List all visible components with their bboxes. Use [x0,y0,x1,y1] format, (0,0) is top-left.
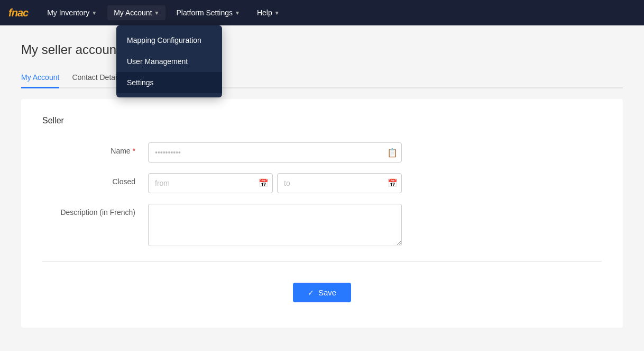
description-field-control [148,204,402,248]
nav-my-account[interactable]: My Account ▼ [107,5,165,20]
dropdown-item-user-management[interactable]: User Management [116,51,222,72]
chevron-down-icon: ▼ [274,10,280,16]
to-date-input[interactable] [277,173,402,193]
chevron-down-icon: ▼ [91,10,97,16]
seller-form-card: Seller Name * 📋 Closed 📅 [21,99,623,328]
nav-platform-settings[interactable]: Platform Settings ▼ [170,5,246,20]
required-indicator: * [131,147,135,155]
closed-field-row: Closed 📅 📅 [42,173,602,193]
check-icon: ✓ [308,289,314,297]
chevron-down-icon: ▼ [154,10,160,16]
description-textarea[interactable] [148,204,402,246]
my-account-dropdown: Mapping Configuration User Management Se… [116,25,222,97]
save-button[interactable]: ✓ Save [293,283,351,302]
form-actions: ✓ Save [42,274,602,311]
save-label: Save [318,288,336,297]
name-input[interactable] [148,142,402,163]
page-content: My seller account My Account Contact Det… [0,25,644,351]
fnac-logo-text: fnac [8,7,28,19]
description-field-row: Description (in French) [42,204,602,248]
nav-my-inventory-label: My Inventory [47,8,89,17]
nav-help-label: Help [257,8,272,17]
clipboard-icon: 📋 [387,148,398,158]
page-title: My seller account [21,42,623,57]
name-input-wrapper: 📋 [148,142,402,163]
nav-platform-settings-label: Platform Settings [176,8,233,17]
date-range: 📅 📅 [148,173,402,193]
navbar: fnac My Inventory ▼ My Account ▼ Platfor… [0,0,644,25]
name-field-row: Name * 📋 [42,142,602,163]
nav-my-account-label: My Account [114,8,152,17]
section-title: Seller [42,116,602,125]
closed-label: Closed [42,173,148,186]
nav-my-inventory[interactable]: My Inventory ▼ [41,5,103,20]
tab-my-account[interactable]: My Account [21,68,59,88]
name-field-control: 📋 [148,142,402,163]
description-label: Description (in French) [42,204,148,217]
dropdown-item-settings[interactable]: Settings [116,72,222,93]
from-date-wrapper: 📅 [148,173,273,193]
brand-logo[interactable]: fnac [8,7,28,19]
from-date-input[interactable] [148,173,273,193]
closed-field-control: 📅 📅 [148,173,402,193]
form-divider [42,261,602,262]
tab-contact-details[interactable]: Contact Details [72,68,122,88]
nav-help[interactable]: Help ▼ [251,5,286,20]
to-date-wrapper: 📅 [277,173,402,193]
name-label: Name * [42,142,148,155]
tabs: My Account Contact Details [21,68,623,88]
dropdown-item-mapping-configuration[interactable]: Mapping Configuration [116,30,222,51]
calendar-icon: 📅 [388,178,398,188]
calendar-icon: 📅 [259,178,269,188]
chevron-down-icon: ▼ [235,10,240,16]
